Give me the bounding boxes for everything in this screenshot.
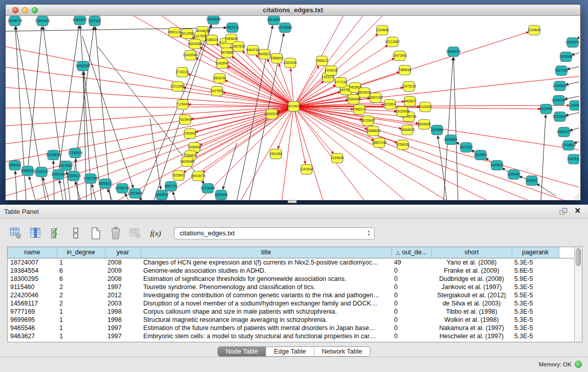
scrollbar-thumb[interactable]	[576, 248, 581, 266]
function-builder-button[interactable]: f(x)	[148, 226, 163, 241]
new-column-button[interactable]	[88, 226, 103, 241]
column-header-name[interactable]: name	[8, 247, 57, 258]
graph-node[interactable]: 12505115	[67, 171, 81, 181]
graph-node[interactable]: 1934548	[331, 154, 344, 163]
graph-node[interactable]: 15720407	[361, 116, 376, 126]
graph-node[interactable]: 12093832	[553, 81, 568, 91]
table-cell[interactable]: 5.3E-5	[512, 332, 559, 340]
graph-edge[interactable]	[291, 69, 294, 106]
zoom-window-icon[interactable]	[32, 7, 38, 13]
row-boxes-button[interactable]	[68, 226, 83, 241]
graph-node[interactable]: 2803144	[213, 74, 226, 83]
graph-edge[interactable]	[82, 36, 134, 188]
graph-node[interactable]: 1625448	[214, 190, 228, 200]
column-header-in_degree[interactable]: in_degree	[57, 247, 105, 258]
table-cell[interactable]: 5.6E-5	[512, 267, 559, 275]
memory-indicator[interactable]: Memory: OK	[538, 361, 582, 368]
graph-edge[interactable]	[172, 191, 176, 200]
checklist-button[interactable]	[48, 226, 63, 241]
column-header-year[interactable]: year	[105, 247, 141, 258]
graph-node[interactable]: 955812	[316, 56, 328, 66]
graph-node[interactable]: 16099484	[180, 157, 195, 167]
table-cell[interactable]: 5.3E-5	[512, 283, 559, 291]
table-cell[interactable]: 9115460	[8, 283, 57, 291]
close-panel-icon[interactable]: ✕	[574, 206, 581, 215]
table-cell[interactable]: 1997	[105, 332, 141, 340]
graph-node[interactable]: 17359924	[68, 148, 83, 158]
graph-node[interactable]: 7615442	[179, 115, 192, 125]
table-row[interactable]: 969969511998Structural magnetic resonanc…	[8, 316, 574, 324]
graph-edge[interactable]	[444, 57, 453, 200]
graph-node[interactable]: 16958107	[98, 179, 113, 189]
table-cell[interactable]: 1997	[105, 283, 141, 291]
graph-node[interactable]: 18300295	[265, 110, 279, 119]
graph-node[interactable]: 19654923	[400, 125, 415, 135]
graph-node[interactable]: 18807249	[372, 138, 387, 148]
graph-node[interactable]: 15692071	[557, 127, 572, 137]
table-cell[interactable]: Estimation of significance thresholds fo…	[141, 275, 391, 283]
table-cell[interactable]: 5.3E-5	[512, 316, 559, 324]
table-cell[interactable]: 5.3E-5	[512, 308, 559, 316]
graph-edge[interactable]	[28, 27, 42, 171]
graph-node[interactable]: 12213987	[385, 37, 400, 47]
graph-node[interactable]: 11451944	[51, 170, 66, 180]
graph-edge[interactable]	[567, 67, 579, 70]
table-cell[interactable]: 1	[57, 324, 105, 332]
table-cell[interactable]: Hescheler et al. (1997)	[431, 332, 512, 340]
minimize-window-icon[interactable]	[22, 7, 28, 13]
table-cell[interactable]: 0	[391, 316, 431, 324]
close-window-icon[interactable]	[12, 7, 18, 13]
graph-edge[interactable]	[6, 28, 227, 31]
table-cell[interactable]: Nakamura et al. (1997)	[431, 324, 512, 332]
table-cell[interactable]: 5.9E-5	[512, 275, 559, 283]
graph-node[interactable]: 2718126	[176, 68, 189, 77]
table-cell[interactable]: 1	[57, 332, 105, 340]
table-cell[interactable]: 0	[391, 275, 431, 283]
table-cell[interactable]: 0	[391, 283, 431, 291]
graph-edge[interactable]	[223, 143, 237, 189]
graph-node[interactable]: 1154840	[528, 26, 541, 35]
graph-node[interactable]: 9410522	[490, 161, 504, 170]
graph-node[interactable]: 10688809	[366, 126, 381, 136]
column-header-title[interactable]: title	[141, 247, 391, 258]
table-cell[interactable]: 6	[57, 275, 105, 283]
graph-node[interactable]: 2367608	[232, 42, 245, 52]
graph-node[interactable]: 16648784	[446, 47, 461, 57]
graph-edge[interactable]	[453, 57, 458, 200]
graph-node[interactable]: 9463627	[403, 97, 417, 106]
graph-node[interactable]: 9875685	[221, 48, 234, 58]
table-cell[interactable]: 2008	[105, 275, 141, 283]
graph-node[interactable]: 8960124	[168, 28, 181, 37]
graph-edge[interactable]	[294, 106, 323, 200]
graph-node[interactable]: 6794028	[324, 66, 338, 76]
graph-node[interactable]: 924502	[526, 176, 537, 186]
table-cell[interactable]: Wolkin et al. (1998)	[431, 316, 512, 324]
tab-edge-table[interactable]: Edge Table	[266, 347, 313, 356]
table-cell[interactable]: 2003	[105, 299, 141, 308]
table-cell[interactable]: 18724007	[8, 258, 57, 267]
graph-edge[interactable]	[294, 16, 363, 106]
table-cell[interactable]: 0	[391, 324, 431, 332]
graph-node[interactable]: 17942737	[34, 167, 49, 177]
table-cell[interactable]: 2	[57, 299, 105, 308]
graph-node[interactable]: 18724007	[287, 102, 301, 112]
table-cell[interactable]: 2	[57, 291, 105, 299]
graph-edge[interactable]	[294, 106, 405, 200]
graph-node[interactable]: 1241542	[300, 165, 313, 174]
graph-node[interactable]: 1154808	[376, 26, 389, 35]
graph-node[interactable]: 8813054	[267, 16, 280, 25]
float-panel-icon[interactable]	[559, 208, 568, 215]
graph-edge[interactable]	[565, 82, 579, 85]
tab-node-table[interactable]: Node Table	[218, 347, 266, 356]
graph-node[interactable]: 17016514	[561, 141, 576, 150]
graph-node[interactable]: 7957224	[226, 23, 239, 33]
graph-node[interactable]: 9242844	[215, 59, 229, 69]
table-cell[interactable]: 1997	[105, 324, 141, 332]
graph-node[interactable]: 10807487	[368, 93, 383, 103]
graph-node[interactable]: 9427552	[210, 86, 224, 96]
table-cell[interactable]: Franke et al. (2009)	[431, 267, 512, 275]
table-cell[interactable]: Tibbo et al. (1998)	[431, 308, 512, 316]
graph-edge[interactable]	[438, 136, 447, 200]
graph-node[interactable]: 22420046	[183, 51, 198, 60]
graph-edge[interactable]	[282, 106, 294, 200]
